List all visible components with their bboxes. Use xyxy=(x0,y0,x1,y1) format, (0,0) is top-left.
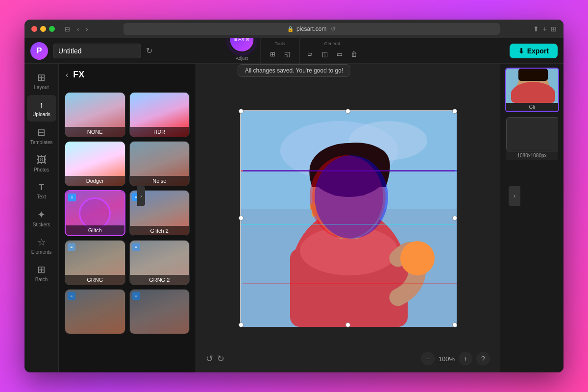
zoom-in-button[interactable]: + xyxy=(459,352,472,366)
right-panel: Gli 1080x1080px xyxy=(500,64,564,372)
lock-icon: 🔒 xyxy=(287,26,294,32)
handle-bottom-left[interactable] xyxy=(239,322,244,327)
main-area: ⊞ Layout ↑ Uploads ⊟ Templates 🖼 Photos … xyxy=(24,64,564,372)
fx-item-extra2[interactable]: ≡ xyxy=(129,289,190,334)
project-name-input[interactable] xyxy=(53,44,141,58)
handle-mid-left[interactable] xyxy=(239,216,244,220)
sliders-icon: ≡ xyxy=(234,38,237,42)
layout-icon: ⊞ xyxy=(37,72,46,83)
fx-panel: ‹ FX NONE HDR xyxy=(59,64,196,372)
back-icon[interactable]: ‹ xyxy=(75,24,81,34)
zoom-out-button[interactable]: − xyxy=(421,352,435,366)
handle-bottom-right[interactable] xyxy=(452,322,457,327)
left-nav: ⊞ Layout ↑ Uploads ⊟ Templates 🖼 Photos … xyxy=(24,64,59,372)
fx-item-none[interactable]: NONE xyxy=(65,92,125,137)
handle-mid-right[interactable] xyxy=(452,216,457,220)
stickers-icon: ✦ xyxy=(37,209,46,220)
forward-icon[interactable]: › xyxy=(84,24,90,34)
uploads-label: Uploads xyxy=(32,112,50,117)
fx-item-grng2[interactable]: ≡ GRNG 2 xyxy=(129,240,190,285)
elements-icon: ☆ xyxy=(37,236,46,248)
handle-bottom-mid[interactable] xyxy=(345,322,350,327)
refresh-icon[interactable]: ↺ xyxy=(331,25,336,32)
effects-icon: ⊘ xyxy=(245,38,249,42)
maximize-button[interactable] xyxy=(49,26,55,32)
canvas-selection xyxy=(240,110,456,326)
fx-icon: FX xyxy=(238,38,245,42)
layer-preview-svg xyxy=(506,69,558,103)
browser-window: ⊟ ‹ › 🔒 picsart.com ↺ ⬆ + ⊞ P ↻ All chan… xyxy=(24,20,564,372)
url-text: picsart.com xyxy=(296,25,326,32)
transform-tool-icon[interactable]: ◱ xyxy=(281,48,294,61)
canvas-area[interactable]: ↺ ↻ − 100% + ? xyxy=(196,64,500,372)
export-button[interactable]: ⬇ Export xyxy=(510,44,558,58)
fx-item-dodger[interactable]: Dodger xyxy=(65,141,125,186)
adjust-button[interactable]: ≡ FX ⊘ xyxy=(229,38,255,53)
svg-rect-26 xyxy=(518,69,548,81)
svg-rect-28 xyxy=(511,89,555,103)
new-tab-icon[interactable]: + xyxy=(543,25,547,33)
fx-item-noise[interactable]: Noise xyxy=(129,141,190,186)
crop-tool-icon[interactable]: ⊞ xyxy=(266,48,279,61)
app-content: P ↻ All changes saved. You're good to go… xyxy=(24,38,564,372)
sidebar-item-uploads[interactable]: ↑ Uploads xyxy=(27,95,56,122)
duplicate-icon[interactable]: ◫ xyxy=(318,48,331,61)
tools-group: Tools ⊞ ◱ xyxy=(261,38,300,64)
fx-item-hdr[interactable]: HDR xyxy=(129,92,190,137)
sidebar-item-batch[interactable]: ⊞ Batch xyxy=(27,260,56,286)
address-bar[interactable]: 🔒 picsart.com ↺ xyxy=(123,23,500,35)
link-icon[interactable]: ⊃ xyxy=(304,48,317,61)
redo-button[interactable]: ↻ xyxy=(217,353,224,364)
sync-icon[interactable]: ↻ xyxy=(146,46,152,55)
photos-icon: 🖼 xyxy=(37,154,47,166)
minimize-button[interactable] xyxy=(40,26,46,32)
layout-label: Layout xyxy=(34,85,49,90)
stickers-label: Stickers xyxy=(33,222,50,227)
grid-icon[interactable]: ⊞ xyxy=(551,25,557,33)
canvas-bottom-bar: ↺ ↻ − 100% + ? xyxy=(196,352,500,366)
photos-label: Photos xyxy=(34,167,49,172)
zoom-value: 100% xyxy=(439,355,455,363)
fx-item-extra1[interactable]: ≡ xyxy=(65,289,125,334)
handle-top-right[interactable] xyxy=(452,109,457,114)
layer-thumb-blank[interactable]: 1080x1080px xyxy=(505,116,559,161)
adjust-label: Adjust xyxy=(236,56,248,61)
panel-collapse-arrow-right[interactable]: › xyxy=(509,186,520,206)
sidebar-toggle-icon[interactable]: ⊟ xyxy=(63,24,72,34)
fx-item-grng2-label: GRNG 2 xyxy=(130,275,190,285)
fx-badge-grng: ≡ xyxy=(68,243,75,251)
close-button[interactable] xyxy=(31,26,37,32)
picsart-logo: P xyxy=(30,42,48,60)
sidebar-item-stickers[interactable]: ✦ Stickers xyxy=(27,205,56,231)
canvas-photo xyxy=(241,111,457,327)
fx-grid: NONE HDR Dodger Noise xyxy=(59,86,196,340)
fx-item-glitch-label: Glitch xyxy=(66,225,124,235)
delete-icon[interactable]: 🗑 xyxy=(348,48,361,61)
general-group: General ⊃ ◫ ▭ 🗑 xyxy=(300,38,365,64)
handle-top-mid[interactable] xyxy=(345,109,350,114)
arrange-icon[interactable]: ▭ xyxy=(333,48,346,61)
sidebar-item-templates[interactable]: ⊟ Templates xyxy=(27,122,56,149)
layer-thumb-active[interactable]: Gli xyxy=(505,68,559,112)
help-button[interactable]: ? xyxy=(476,352,490,366)
share-icon[interactable]: ⬆ xyxy=(533,25,539,33)
panel-collapse-arrow-left[interactable]: › xyxy=(137,186,145,206)
batch-icon: ⊞ xyxy=(37,264,46,275)
browser-nav-controls: ⊟ ‹ › xyxy=(63,24,90,34)
elements-label: Elements xyxy=(31,249,52,255)
sidebar-item-text[interactable]: T Text xyxy=(27,177,56,204)
svg-rect-22 xyxy=(241,111,457,327)
sidebar-item-elements[interactable]: ☆ Elements xyxy=(27,232,56,259)
sidebar-item-photos[interactable]: 🖼 Photos xyxy=(27,150,56,176)
top-toolbar: P ↻ All changes saved. You're good to go… xyxy=(24,38,564,64)
browser-actions: ⬆ + ⊞ xyxy=(533,25,557,33)
sidebar-item-layout[interactable]: ⊞ Layout xyxy=(27,68,56,94)
undo-button[interactable]: ↺ xyxy=(206,353,213,364)
fx-item-grng[interactable]: ≡ GRNG xyxy=(65,240,125,285)
fx-back-button[interactable]: ‹ xyxy=(66,71,68,79)
tools-label: Tools xyxy=(274,41,285,46)
layer-thumb-label: Gli xyxy=(506,103,558,111)
text-icon: T xyxy=(39,182,44,193)
handle-top-left[interactable] xyxy=(239,109,244,114)
fx-item-glitch[interactable]: ≡ Glitch xyxy=(65,190,125,236)
